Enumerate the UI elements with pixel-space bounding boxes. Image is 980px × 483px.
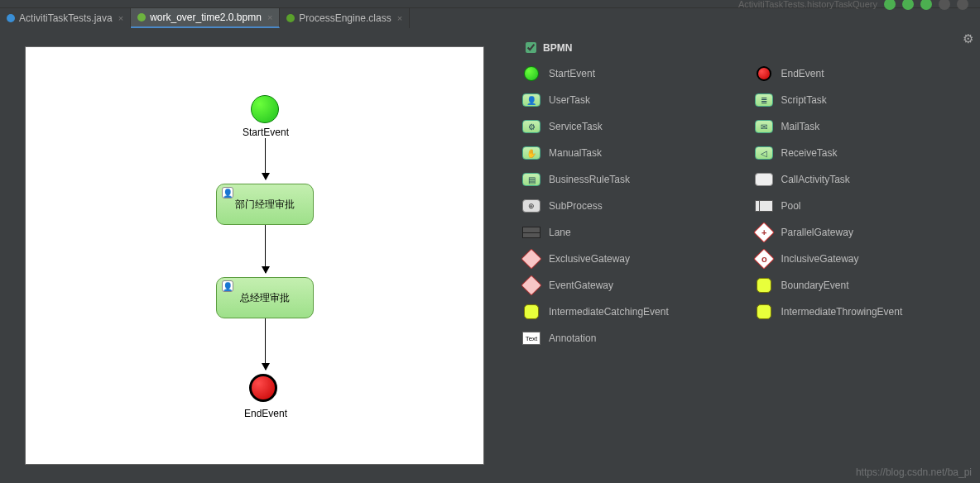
- debug-icon[interactable]: [902, 0, 914, 10]
- palette-item-callactivitytask[interactable]: CallActivityTask: [752, 166, 976, 193]
- palette-header[interactable]: BPMN: [519, 35, 975, 60]
- palette-item-label: SubProcess: [549, 200, 603, 212]
- tab-label: ActivitiTaskTests.java: [19, 12, 113, 24]
- more-icon[interactable]: [957, 0, 968, 10]
- task-1-label: 部门经理审批: [235, 198, 295, 212]
- user-task-2[interactable]: 👤 总经理审批: [216, 277, 314, 318]
- user-task-1[interactable]: 👤 部门经理审批: [216, 184, 314, 225]
- palette-item-servicetask[interactable]: ⚙ServiceTask: [519, 113, 743, 140]
- task-icon: ≣: [755, 92, 773, 108]
- gateway-icon: [522, 277, 540, 294]
- tab-activititasktests-java[interactable]: ActivitiTaskTests.java×: [0, 8, 131, 28]
- user-icon: 👤: [222, 280, 233, 292]
- palette-item-label: CallActivityTask: [781, 174, 850, 185]
- file-icon: [7, 14, 15, 22]
- event-icon: [755, 277, 773, 294]
- user-icon: 👤: [222, 187, 233, 198]
- close-icon[interactable]: ×: [267, 12, 272, 22]
- palette-item-receivetask[interactable]: ◁ReceiveTask: [752, 140, 976, 166]
- gateway-icon: +: [755, 224, 773, 241]
- file-icon: [137, 13, 146, 22]
- palette-item-manualtask[interactable]: ✋ManualTask: [519, 140, 743, 166]
- end-event-icon: [755, 65, 773, 82]
- palette-item-label: EndEvent: [781, 68, 824, 79]
- palette-item-label: ParallelGateway: [781, 227, 853, 238]
- main-area: StartEvent 👤 部门经理审批 👤 总经理审批 EndEvent ⚙ B…: [0, 28, 980, 483]
- palette-item-parallelgateway[interactable]: +ParallelGateway: [752, 219, 976, 246]
- sequence-flow-2[interactable]: [265, 225, 266, 273]
- palette-item-eventgateway[interactable]: EventGateway: [519, 272, 743, 299]
- coverage-icon[interactable]: [920, 0, 932, 10]
- palette-item-pool[interactable]: Pool: [752, 193, 976, 219]
- palette-item-label: MailTask: [781, 121, 820, 132]
- task-icon: ⚙: [522, 118, 540, 135]
- palette-item-annotation[interactable]: TextAnnotation: [519, 325, 743, 351]
- palette-title: BPMN: [543, 42, 572, 54]
- palette-item-scripttask[interactable]: ≣ScriptTask: [752, 87, 976, 113]
- annotation-icon: Text: [522, 330, 540, 347]
- close-icon[interactable]: ×: [397, 13, 402, 23]
- gateway-icon: o: [755, 251, 773, 267]
- gateway-icon: [522, 251, 540, 267]
- end-event-node[interactable]: [249, 374, 277, 402]
- task-icon: ✋: [522, 145, 540, 161]
- bpmn-canvas[interactable]: StartEvent 👤 部门经理审批 👤 总经理审批 EndEvent: [25, 46, 484, 465]
- dropdown-label[interactable]: ActivitiTaskTests.historyTaskQuery: [738, 0, 877, 9]
- palette-item-lane[interactable]: Lane: [519, 219, 743, 246]
- palette-item-label: BoundaryEvent: [781, 280, 849, 291]
- palette-item-label: BusinessRuleTask: [549, 174, 630, 185]
- top-toolbar: ActivitiTaskTests.historyTaskQuery: [0, 0, 980, 8]
- sequence-flow-3[interactable]: [265, 318, 266, 370]
- palette-item-usertask[interactable]: 👤UserTask: [519, 87, 743, 113]
- lane-icon: [522, 224, 540, 241]
- close-icon[interactable]: ×: [118, 13, 123, 23]
- run-toolbar: ActivitiTaskTests.historyTaskQuery: [738, 0, 968, 10]
- palette-item-startevent[interactable]: StartEvent: [519, 60, 743, 87]
- tab-work-over-time2-0-bpmn[interactable]: work_over_time2.0.bpmn×: [131, 8, 280, 28]
- palette-item-businessruletask[interactable]: ▤BusinessRuleTask: [519, 166, 743, 193]
- palette-item-label: UserTask: [549, 94, 590, 106]
- gear-icon[interactable]: ⚙: [963, 31, 973, 46]
- palette-item-label: ScriptTask: [781, 94, 827, 106]
- tab-label: ProcessEngine.class: [299, 12, 391, 24]
- palette-item-exclusivegateway[interactable]: ExclusiveGateway: [519, 246, 743, 272]
- palette-item-label: Annotation: [549, 332, 596, 344]
- palette-item-label: ExclusiveGateway: [549, 253, 630, 265]
- palette-item-label: Pool: [781, 200, 801, 212]
- palette-item-label: Lane: [549, 227, 571, 238]
- diagram-editor: StartEvent 👤 部门经理审批 👤 总经理审批 EndEvent: [0, 28, 509, 483]
- stop-icon[interactable]: [939, 0, 950, 10]
- palette-item-label: ManualTask: [549, 147, 602, 159]
- event-icon: [522, 304, 540, 320]
- task-2-label: 总经理审批: [240, 291, 290, 305]
- subprocess-icon: ⊕: [522, 198, 540, 214]
- run-icon[interactable]: [884, 0, 896, 10]
- task-icon: ◁: [755, 145, 773, 161]
- bpmn-palette: ⚙ BPMN StartEventEndEvent👤UserTask≣Scrip…: [509, 28, 980, 483]
- palette-item-label: InclusiveGateway: [781, 253, 859, 265]
- start-event-node[interactable]: [251, 95, 279, 123]
- start-event-icon: [522, 65, 540, 82]
- tab-processengine-class[interactable]: ProcessEngine.class×: [280, 8, 410, 28]
- palette-item-label: EventGateway: [549, 280, 613, 291]
- palette-item-boundaryevent[interactable]: BoundaryEvent: [752, 272, 976, 299]
- task-icon: ▤: [522, 171, 540, 188]
- palette-toggle-checkbox[interactable]: [526, 42, 536, 53]
- palette-item-endevent[interactable]: EndEvent: [752, 60, 976, 87]
- task-icon: 👤: [522, 92, 540, 108]
- event-icon: [755, 304, 773, 320]
- watermark: https://blog.csdn.net/ba_pi: [856, 466, 972, 478]
- palette-item-intermediatethrowingevent[interactable]: IntermediateThrowingEvent: [752, 299, 976, 325]
- palette-item-inclusivegateway[interactable]: oInclusiveGateway: [752, 246, 976, 272]
- palette-item-intermediatecatchingevent[interactable]: IntermediateCatchingEvent: [519, 299, 743, 325]
- palette-item-label: IntermediateCatchingEvent: [549, 306, 669, 318]
- sequence-flow-1[interactable]: [265, 138, 266, 179]
- palette-item-subprocess[interactable]: ⊕SubProcess: [519, 193, 743, 219]
- task-icon: ✉: [755, 118, 773, 135]
- end-event-label: EndEvent: [239, 408, 292, 419]
- file-icon: [286, 14, 295, 22]
- palette-item-label: ServiceTask: [549, 121, 603, 132]
- tab-label: work_over_time2.0.bpmn: [150, 12, 262, 23]
- palette-item-mailtask[interactable]: ✉MailTask: [752, 113, 976, 140]
- call-activity-icon: [755, 171, 773, 188]
